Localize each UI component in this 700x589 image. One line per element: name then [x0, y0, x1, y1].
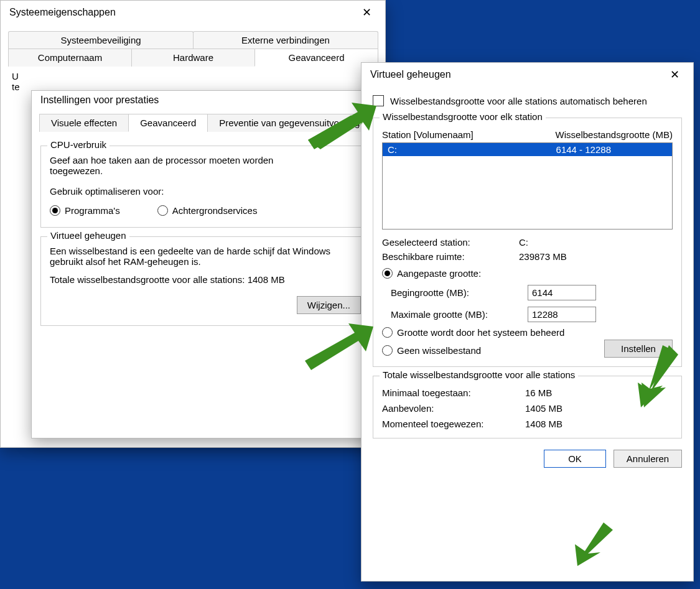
group-title-per-station: Wisselbestandsgrootte voor elk station — [380, 111, 546, 122]
initial-size-input[interactable] — [528, 285, 596, 300]
min-allowed-label: Minimaal toegestaan: — [382, 387, 525, 398]
radio-icon — [50, 205, 60, 216]
titlebar-system-properties: Systeemeigenschappen ✕ — [1, 1, 385, 24]
checkbox-auto-manage[interactable]: Wisselbestandsgrootte voor alle stations… — [373, 95, 647, 106]
col-size: Wisselbestandsgrootte (MB) — [556, 129, 673, 140]
group-title-cpu: CPU-verbruik — [47, 139, 110, 150]
body-fragment: U — [12, 71, 374, 81]
max-size-label: Maximale grootte (MB): — [391, 309, 528, 320]
vm-total-value: 1408 MB — [248, 274, 285, 285]
radio-icon — [382, 345, 393, 356]
radio-label: Achtergrondservices — [172, 205, 258, 216]
vm-desc: Een wisselbestand is een gedeelte van de… — [50, 246, 361, 267]
group-title-vm: Virtueel geheugen — [47, 230, 129, 241]
performance-tabs: Visuele effecten Geavanceerd Preventie v… — [39, 113, 371, 132]
group-title-total: Totale wisselbestandsgrootte voor alle s… — [380, 369, 578, 380]
radio-no-pagefile[interactable]: Geen wisselbestand — [382, 345, 481, 356]
change-button[interactable]: Wijzigen... — [297, 296, 361, 314]
set-button[interactable]: Instellen — [604, 340, 673, 358]
close-icon[interactable]: ✕ — [664, 67, 686, 83]
radio-programmas[interactable]: Programma's — [50, 205, 120, 216]
radio-icon — [157, 205, 168, 216]
cpu-desc: Geef aan hoe taken aan de processor moet… — [50, 155, 317, 176]
recommended-value: 1405 MB — [525, 403, 673, 414]
cpu-optimize-label: Gebruik optimaliseren voor: — [50, 186, 361, 197]
radio-label: Aangepaste grootte: — [397, 268, 481, 279]
cpu-group: CPU-verbruik Geef aan hoe taken aan de p… — [40, 146, 370, 228]
checkbox-icon — [373, 95, 384, 106]
vm-group: Virtueel geheugen Een wisselbestand is e… — [40, 236, 370, 326]
selected-drive-label: Geselecteerd station: — [382, 237, 519, 248]
col-station: Station [Volumenaam] — [382, 129, 474, 140]
window-title: Systeemeigenschappen — [9, 7, 116, 18]
system-properties-tabs: Systeembeveiliging Externe verbindingen … — [8, 30, 378, 66]
drive-letter: C: — [388, 144, 397, 155]
drive-size: 6144 - 12288 — [556, 144, 611, 155]
tab-geavanceerd-perf[interactable]: Geavanceerd — [128, 114, 208, 132]
radio-label: Geen wisselbestand — [397, 345, 481, 356]
radio-label: Grootte wordt door het systeem beheerd — [397, 327, 564, 338]
tab-systeembeveiliging[interactable]: Systeembeveiliging — [8, 31, 194, 49]
vm-total-label: Totale wisselbestandsgrootte voor alle s… — [50, 274, 245, 285]
per-station-group: Wisselbestandsgrootte voor elk station S… — [373, 118, 682, 367]
radio-icon — [382, 268, 393, 279]
close-icon[interactable]: ✕ — [356, 4, 378, 21]
tab-hardware[interactable]: Hardware — [131, 49, 255, 67]
total-group: Totale wisselbestandsgrootte voor alle s… — [373, 376, 682, 438]
drive-list[interactable]: C: 6144 - 12288 — [382, 142, 673, 230]
recommended-label: Aanbevolen: — [382, 403, 525, 414]
performance-settings-window: Instellingen voor prestaties Visuele eff… — [31, 90, 380, 438]
min-allowed-value: 16 MB — [525, 387, 673, 398]
tab-visuele-effecten[interactable]: Visuele effecten — [39, 114, 129, 132]
radio-label: Programma's — [65, 205, 120, 216]
currently-allocated-value: 1408 MB — [525, 419, 673, 429]
cancel-button[interactable]: Annuleren — [614, 450, 682, 468]
drive-row-c[interactable]: C: 6144 - 12288 — [383, 143, 672, 156]
radio-achtergrondservices[interactable]: Achtergrondservices — [157, 205, 258, 216]
titlebar-virtual-memory: Virtueel geheugen ✕ — [362, 63, 693, 86]
virtual-memory-window: Virtueel geheugen ✕ Wisselbestandsgroott… — [361, 62, 694, 582]
tab-geavanceerd[interactable]: Geavanceerd — [254, 49, 378, 67]
radio-custom-size[interactable]: Aangepaste grootte: — [382, 268, 481, 279]
radio-system-managed[interactable]: Grootte wordt door het systeem beheerd — [382, 327, 564, 338]
titlebar-performance: Instellingen voor prestaties — [32, 91, 379, 109]
initial-size-label: Begingrootte (MB): — [391, 287, 528, 298]
tab-externe-verbindingen[interactable]: Externe verbindingen — [193, 31, 378, 49]
available-space-label: Beschikbare ruimte: — [382, 251, 519, 262]
selected-drive-value: C: — [519, 237, 673, 248]
tab-computernaam[interactable]: Computernaam — [8, 49, 132, 67]
window-title: Virtueel geheugen — [370, 69, 451, 80]
tab-preventie[interactable]: Preventie van gegevensuitvoering — [207, 114, 371, 132]
ok-button[interactable]: OK — [544, 450, 606, 468]
checkbox-label: Wisselbestandsgrootte voor alle stations… — [390, 96, 647, 106]
window-title: Instellingen voor prestaties — [40, 95, 159, 106]
max-size-input[interactable] — [528, 307, 596, 322]
currently-allocated-label: Momenteel toegewezen: — [382, 419, 525, 429]
available-space-value: 239873 MB — [519, 251, 673, 262]
radio-icon — [382, 327, 393, 338]
